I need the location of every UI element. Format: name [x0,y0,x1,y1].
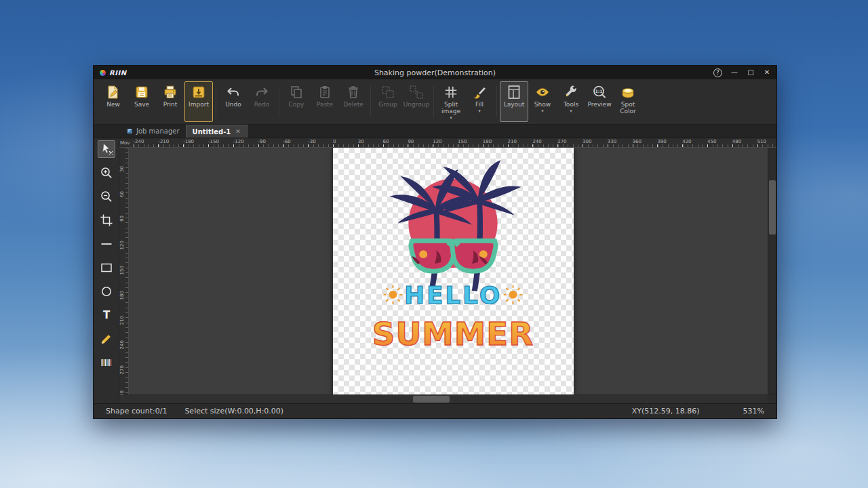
vertical-ruler: 306090120150180210240270300 [119,148,129,394]
artboard[interactable]: HELLO SUMMER [333,148,574,394]
save-button[interactable]: Save [127,81,156,122]
canvas-viewport[interactable]: HELLO SUMMER [129,148,768,394]
ruler-mark: 180 [483,139,492,144]
import-icon [190,84,208,100]
zoom-out-tool-button[interactable] [98,188,115,205]
main-toolbar: New Save Print Import Undo [94,79,776,125]
line-tool-button[interactable] [98,235,115,253]
tab-job-manager[interactable]: Job manager [121,125,186,138]
zoom-out-icon [100,190,113,203]
ruler-mark: 30 [119,166,128,172]
button-label: Paste [317,102,333,108]
ruler-mark: 420 [682,139,691,144]
move-tool-button[interactable] [98,140,115,158]
text-tool-button[interactable]: T [98,306,115,324]
preview-magnifier-icon: 1:1 [591,84,608,100]
button-label: Fill [475,102,484,108]
undo-button[interactable]: Undo [219,81,248,122]
split-image-button[interactable]: Split image ▾ [437,81,465,122]
rectangle-tool-button[interactable] [98,259,115,277]
button-label: Spot Color [614,102,642,115]
ellipse-tool-button[interactable] [98,283,115,300]
ruler-mark: 60 [119,191,128,197]
chevron-down-icon: ▾ [541,109,544,113]
zoom-in-icon [100,166,113,180]
ungroup-button[interactable]: Ungroup [402,81,431,122]
ruler-mark: 330 [608,139,616,144]
button-label: Redo [254,102,270,108]
button-label: Delete [343,102,363,108]
button-label: Tools [564,102,578,108]
ruler-mark: -240 [134,139,144,144]
group-button[interactable]: Group [374,81,402,122]
pen-tool-button[interactable] [98,330,115,348]
zoom-in-tool-button[interactable] [98,164,115,182]
brand-logo-icon [99,69,106,77]
paste-button[interactable]: Paste [311,81,339,122]
hello-summer-artwork[interactable]: HELLO SUMMER [333,148,574,394]
tab-untitled-1[interactable]: Untitled-1 ✕ [186,125,248,138]
ruler-mark: 240 [119,340,128,349]
printer-icon [161,84,179,100]
barcode-icon [100,356,113,369]
ruler-mark: 120 [433,139,441,144]
job-manager-icon [127,128,133,134]
hello-text: HELLO [404,281,502,309]
horizontal-scrollbar-thumb[interactable] [413,396,450,403]
ruler-mark: -90 [258,139,266,144]
show-button[interactable]: Show ▾ [528,81,557,122]
layout-icon [505,84,523,100]
delete-button[interactable]: Delete [339,81,368,122]
vertical-scrollbar-thumb[interactable] [769,180,776,235]
ruler-mark: 240 [532,139,541,144]
undo-icon [224,84,242,100]
ruler-mark: 300 [583,139,591,144]
ruler-mark: 270 [557,139,566,144]
ruler-mark: 150 [458,139,467,144]
title-bar[interactable]: RIIN Shaking powder(Demonstration) ? — □… [94,66,776,79]
app-window: RIIN Shaking powder(Demonstration) ? — □… [93,65,777,419]
import-button[interactable]: Import [184,81,213,122]
minimize-icon[interactable]: — [730,68,738,77]
ruler-row: Mov -240-210-180-150-120-90-60-300306090… [119,138,776,148]
wrench-icon [562,84,580,100]
ruler-mark: -210 [158,139,169,144]
spot-color-icon [619,84,637,100]
brand-name: RIIN [109,69,127,77]
cursor-xy-status: XY(512.59, 18.86) [632,407,700,415]
spot-color-button[interactable]: Spot Color [614,81,642,122]
close-icon[interactable]: ✕ [763,68,771,77]
button-label: Import [189,102,209,108]
help-icon[interactable]: ? [713,68,722,77]
ruler-mark: 270 [119,365,128,374]
ruler-mark: -150 [208,139,219,144]
layout-button[interactable]: Layout [500,81,528,122]
vertical-scrollbar[interactable] [768,148,776,394]
button-label: New [106,102,120,108]
preview-button[interactable]: 1:1 Preview [585,81,614,122]
chevron-down-icon: ▾ [478,109,481,113]
tab-close-icon[interactable]: ✕ [235,128,241,135]
new-document-icon [104,84,122,100]
redo-button[interactable]: Redo [248,81,276,122]
document-tabbar: Job manager Untitled-1 ✕ [94,125,776,138]
ruler-mark: 450 [707,139,716,144]
ellipse-icon [100,285,113,298]
side-sun-left [384,285,403,304]
toolbar-separator [433,86,434,117]
ruler-mark: 210 [508,139,517,144]
ruler-mark: 120 [119,241,128,249]
barcode-tool-button[interactable] [98,354,115,371]
zoom-level-status: 531% [743,407,764,415]
tools-button[interactable]: Tools ▾ [557,81,585,122]
horizontal-ruler: -240-210-180-150-120-90-60-3003060901201… [129,138,776,147]
crop-tool-button[interactable] [98,211,115,229]
maximize-icon[interactable]: □ [747,68,755,77]
new-button[interactable]: New [99,81,127,122]
horizontal-scrollbar[interactable] [119,395,768,403]
fill-button[interactable]: Fill ▾ [465,81,494,122]
print-button[interactable]: Print [156,81,184,122]
copy-button[interactable]: Copy [282,81,311,122]
button-label: Layout [504,102,525,108]
button-label: Copy [289,102,304,108]
